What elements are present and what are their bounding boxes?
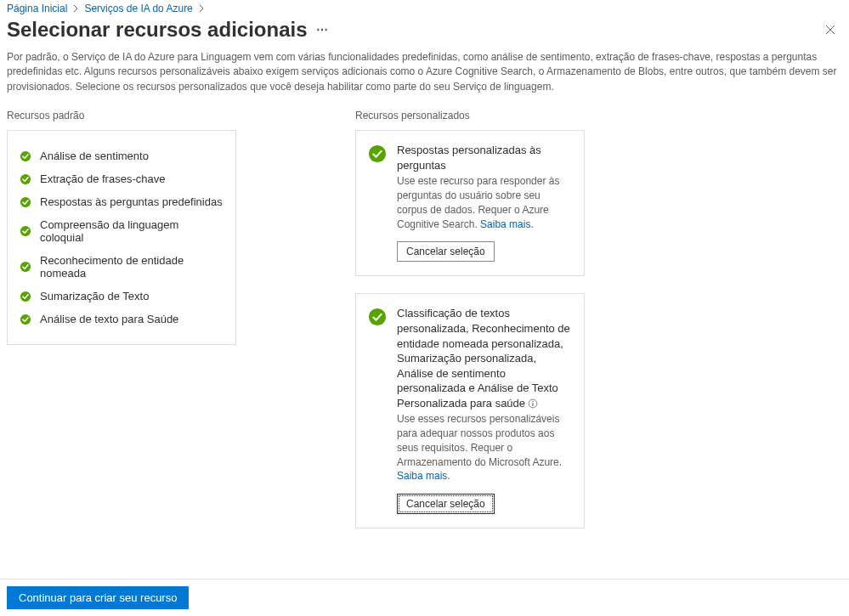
default-feature-label: Respostas às perguntas predefinidas <box>40 195 223 208</box>
default-feature-label: Análise de sentimento <box>40 150 149 162</box>
svg-point-4 <box>20 262 31 272</box>
custom-resources-column: Recursos personalizados Respostas person… <box>355 110 585 545</box>
close-button[interactable] <box>818 18 842 42</box>
svg-point-2 <box>20 197 31 207</box>
check-circle-icon <box>20 173 31 185</box>
check-circle-icon <box>20 225 31 237</box>
custom-feature-desc: Use esses recursos personalizáveis para … <box>397 412 572 483</box>
breadcrumb: Página Inicial Serviços de IA do Azure <box>0 0 849 18</box>
default-feature-label: Reconhecimento de entidade nomeada <box>40 254 224 280</box>
svg-point-10 <box>532 401 533 402</box>
default-feature-item: Respostas às perguntas predefinidas <box>20 190 224 213</box>
default-feature-item: Reconhecimento de entidade nomeada <box>20 249 224 285</box>
chevron-right-icon <box>198 4 205 14</box>
page-title: Selecionar recursos adicionais ⋯ <box>7 18 329 42</box>
custom-feature-title: Respostas personalizadas às perguntas <box>397 143 572 172</box>
svg-point-6 <box>20 314 31 325</box>
svg-point-8 <box>369 308 386 325</box>
default-feature-label: Análise de texto para Saúde <box>40 313 178 325</box>
default-feature-item: Análise de texto para Saúde <box>20 308 224 331</box>
default-feature-label: Compreensão da linguagem coloquial <box>40 218 224 244</box>
custom-feature-desc-text: Use esses recursos personalizáveis para … <box>397 413 562 467</box>
ellipsis-icon[interactable]: ⋯ <box>316 24 329 36</box>
default-section-label: Recursos padrão <box>7 110 236 122</box>
check-circle-icon <box>20 291 31 302</box>
check-circle-icon <box>368 144 387 262</box>
page-title-text: Selecionar recursos adicionais <box>7 18 308 42</box>
svg-point-1 <box>20 174 31 184</box>
card-body: Respostas personalizadas às perguntasUse… <box>397 143 572 262</box>
learn-more-link[interactable]: Saiba mais. <box>480 218 534 230</box>
svg-point-0 <box>20 151 31 161</box>
chevron-right-icon <box>72 4 79 14</box>
svg-point-3 <box>20 226 31 236</box>
svg-rect-11 <box>533 404 534 407</box>
custom-feature-card: Respostas personalizadas às perguntasUse… <box>355 130 585 276</box>
custom-feature-title: Classificação de textos personalizada, R… <box>397 306 572 410</box>
default-feature-item: Análise de sentimento <box>20 144 224 167</box>
continue-button[interactable]: Continuar para criar seu recurso <box>7 586 189 609</box>
svg-point-5 <box>20 291 31 302</box>
cancel-selection-button[interactable]: Cancelar seleção <box>397 241 495 262</box>
default-feature-label: Extração de frases-chave <box>40 172 165 185</box>
card-body: Classificação de textos personalizada, R… <box>397 306 572 514</box>
info-icon[interactable] <box>528 398 538 409</box>
check-circle-icon <box>20 196 31 208</box>
footer-bar: Continuar para criar seu recurso <box>0 579 849 616</box>
page-header: Selecionar recursos adicionais ⋯ <box>0 18 849 50</box>
breadcrumb-home[interactable]: Página Inicial <box>7 3 67 14</box>
check-circle-icon <box>20 261 31 273</box>
custom-feature-desc: Use este recurso para responder às pergu… <box>397 174 572 231</box>
default-resources-column: Recursos padrão Análise de sentimentoExt… <box>7 110 236 545</box>
custom-feature-card: Classificação de textos personalizada, R… <box>355 293 585 528</box>
default-feature-item: Extração de frases-chave <box>20 167 224 190</box>
columns-container: Recursos padrão Análise de sentimentoExt… <box>0 110 849 545</box>
custom-feature-title-text: Classificação de textos personalizada, R… <box>397 307 570 409</box>
svg-point-7 <box>369 145 386 162</box>
custom-feature-title-text: Respostas personalizadas às perguntas <box>397 144 541 172</box>
default-feature-label: Sumarização de Texto <box>40 290 149 302</box>
learn-more-link[interactable]: Saiba mais. <box>397 470 450 482</box>
breadcrumb-aiservices[interactable]: Serviços de IA do Azure <box>84 3 192 14</box>
custom-resources-list: Respostas personalizadas às perguntasUse… <box>355 130 585 528</box>
custom-section-label: Recursos personalizados <box>355 110 585 122</box>
check-circle-icon <box>20 314 31 325</box>
cancel-selection-button[interactable]: Cancelar seleção <box>397 494 495 514</box>
default-feature-item: Sumarização de Texto <box>20 285 224 308</box>
custom-feature-desc-text: Use este recurso para responder às pergu… <box>397 175 559 229</box>
default-resources-box: Análise de sentimentoExtração de frases-… <box>7 130 236 345</box>
check-circle-icon <box>368 308 387 514</box>
intro-paragraph: Por padrão, o Serviço de IA do Azure par… <box>0 50 849 110</box>
check-circle-icon <box>20 150 31 162</box>
default-feature-item: Compreensão da linguagem coloquial <box>20 213 224 249</box>
